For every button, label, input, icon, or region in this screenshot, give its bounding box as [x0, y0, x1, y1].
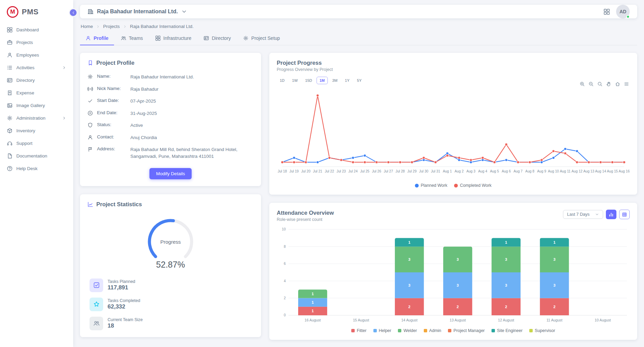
range-button-3m[interactable]: 3M [329, 77, 340, 84]
sidebar-item-help-desk[interactable]: Help Desk [3, 163, 70, 175]
legend-supervisor[interactable]: Supervisor [529, 328, 555, 333]
svg-text:Jul 29: Jul 29 [407, 169, 417, 173]
range-button-1w[interactable]: 1W [289, 77, 301, 84]
zoom-tool-button[interactable] [597, 81, 602, 87]
sidebar-item-support[interactable]: Support [3, 137, 70, 149]
svg-text:6: 6 [284, 262, 286, 266]
svg-text:Aug 5: Aug 5 [490, 169, 499, 173]
legend-project-manager[interactable]: Project Manager [448, 328, 485, 333]
date-range-select[interactable]: Last 7 Days [563, 210, 603, 219]
company-selector[interactable]: Raja Bahadur International Ltd. [87, 9, 187, 15]
legend-helper[interactable]: Helper [373, 328, 391, 333]
tab-teams[interactable]: Teams [115, 32, 148, 45]
sidebar-item-expense[interactable]: Expense [3, 87, 70, 99]
sidebar-item-directory[interactable]: Directory [3, 74, 70, 86]
sidebar-item-inventory[interactable]: Inventory [3, 125, 70, 137]
sidebar-item-dashboard[interactable]: Dashboard [3, 24, 70, 36]
sidebar-item-administration[interactable]: Administration [3, 112, 70, 124]
flag-icon [87, 147, 93, 152]
legend-admin[interactable]: Admin [424, 328, 441, 333]
legend-completed-work[interactable]: Completed Work [454, 183, 492, 188]
brand[interactable]: M PMS [0, 0, 73, 23]
range-button-15d[interactable]: 15D [302, 77, 315, 84]
svg-text:2: 2 [408, 305, 410, 309]
sidebar-item-projects[interactable]: Projects [3, 36, 70, 48]
svg-text:1: 1 [311, 292, 313, 296]
legend-planned-work[interactable]: Planned Work [415, 183, 447, 188]
apps-grid-icon[interactable] [603, 9, 610, 15]
range-button-1y[interactable]: 1Y [342, 77, 352, 84]
sidebar-item-activities[interactable]: Activities [3, 62, 70, 74]
star-icon [93, 301, 100, 307]
tab-project-setup[interactable]: Project Setup [238, 32, 285, 45]
bar-view-toggle[interactable] [606, 210, 616, 219]
sidebar-collapse-button[interactable] [69, 8, 78, 17]
sidebar-item-employees[interactable]: Employees [3, 49, 70, 61]
sidebar: M PMS DashboardProjectsEmployeesActiviti… [0, 0, 73, 347]
legend-marker [424, 329, 427, 332]
sidebar-item-image-gallery[interactable]: Image Gallery [3, 100, 70, 111]
gear-icon [7, 115, 13, 121]
svg-text:1: 1 [408, 240, 410, 244]
table-view-toggle[interactable] [619, 210, 630, 219]
modify-details-button[interactable]: Modify Details [149, 168, 192, 179]
svg-text:Aug 14: Aug 14 [595, 169, 606, 173]
zoom-in-tool-button[interactable] [580, 81, 585, 87]
main-area: Raja Bahadur International Ltd. AD HomeP… [73, 0, 644, 347]
sidebar-item-documentation[interactable]: Documentation [3, 150, 70, 162]
field-value: Anuj Chordia [130, 134, 254, 141]
svg-text:Jul 26: Jul 26 [372, 169, 382, 173]
legend-site-engineer[interactable]: Site Engineer [492, 328, 522, 333]
sidebar-item-label: Activities [16, 65, 34, 70]
home-tool-button[interactable] [615, 81, 620, 87]
attendance-bar-chart[interactable]: 024681011116 August15 August233114 Augus… [277, 225, 630, 326]
svg-text:13 August: 13 August [450, 318, 466, 322]
header-actions: AD [603, 5, 630, 18]
svg-text:Aug 1: Aug 1 [443, 169, 452, 173]
zoom-out-tool-button[interactable] [589, 81, 594, 87]
legend-label: Welder [403, 328, 417, 333]
sidebar-nav: DashboardProjectsEmployeesActivitiesDire… [0, 24, 73, 175]
profile-field-contact: Contact:Anuj Chordia [87, 132, 254, 144]
pan-tool-button[interactable] [606, 81, 611, 87]
menu-icon [624, 81, 629, 87]
statistics-card-title: Project Statistics [96, 201, 142, 208]
user-icon [87, 135, 93, 140]
tab-bar: ProfileTeamsInfrastructureDirectoryProje… [80, 32, 637, 45]
progress-line-chart[interactable]: Jul 18Jul 19Jul 20Jul 21Jul 22Jul 23Jul … [277, 86, 630, 180]
user-avatar[interactable]: AD [616, 5, 630, 18]
svg-text:3: 3 [553, 257, 556, 261]
breadcrumb-item-raja-bahadur-international-ltd: Raja Bahadur International Ltd. [130, 24, 194, 29]
broadcast-icon [87, 86, 93, 92]
profile-field-list: Name:Raja Bahadur International Ltd.Nick… [87, 71, 254, 163]
svg-text:Jul 22: Jul 22 [325, 169, 334, 173]
briefcase-icon [7, 40, 13, 45]
svg-text:2: 2 [553, 305, 556, 309]
legend-fitter[interactable]: Fitter [351, 328, 366, 333]
stat-tasks-completed: Tasks Completed62,332 [87, 298, 254, 311]
attendance-card-subtitle: Role-wise present count [277, 217, 334, 222]
legend-marker [398, 329, 401, 332]
breadcrumb-item-projects[interactable]: Projects [103, 24, 120, 29]
svg-text:1: 1 [311, 309, 313, 313]
bar-chart-icon [609, 212, 614, 217]
breadcrumb-item-home[interactable]: Home [81, 24, 93, 29]
tab-infrastructure[interactable]: Infrastructure [150, 32, 197, 45]
home-icon [615, 81, 620, 87]
svg-text:11 August: 11 August [546, 318, 562, 322]
legend-label: Planned Work [421, 183, 447, 188]
legend-welder[interactable]: Welder [398, 328, 417, 333]
range-button-5y[interactable]: 5Y [354, 77, 365, 84]
tab-directory[interactable]: Directory [198, 32, 236, 45]
svg-text:Aug 9: Aug 9 [537, 169, 546, 173]
tab-profile[interactable]: Profile [80, 32, 114, 45]
range-button-1d[interactable]: 1D [277, 77, 288, 84]
legend-label: Supervisor [535, 328, 555, 333]
range-button-1m[interactable]: 1M [317, 77, 328, 84]
menu-tool-button[interactable] [624, 81, 629, 87]
svg-text:8: 8 [284, 245, 286, 248]
svg-text:Aug 7: Aug 7 [514, 169, 523, 173]
svg-text:3: 3 [505, 283, 507, 287]
zoom-icon [597, 81, 602, 87]
svg-text:3: 3 [457, 257, 459, 261]
